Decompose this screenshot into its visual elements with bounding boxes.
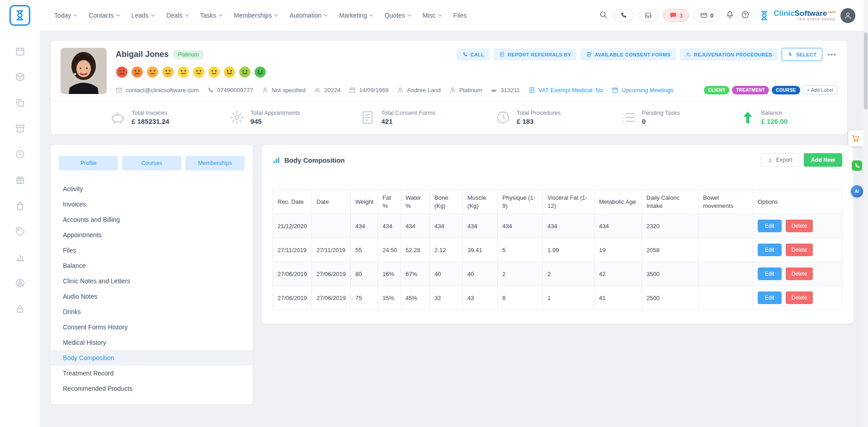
chat-button[interactable]: 3: [663, 9, 689, 22]
main-content: Abigail Jones Platinum CALLREPORT REFERR…: [40, 31, 863, 415]
mood-face-1[interactable]: [116, 66, 128, 78]
ai-assistant-button[interactable]: AI: [851, 185, 863, 197]
stat-pending-tasks: Pending Tasks0: [621, 109, 680, 125]
lock-icon[interactable]: [15, 304, 25, 315]
delete-button[interactable]: Delete: [786, 244, 813, 256]
nav-item-automation[interactable]: Automation: [289, 12, 328, 19]
phone-button[interactable]: [613, 9, 633, 22]
bar-chart-icon[interactable]: [15, 252, 25, 264]
mood-face-6[interactable]: [193, 66, 205, 78]
contact-item-upcoming-meetings[interactable]: Upcoming Meetings: [612, 87, 674, 94]
brand-name-a: Clinic: [774, 9, 794, 18]
delete-button[interactable]: Delete: [786, 220, 813, 232]
mood-face-9[interactable]: [239, 66, 251, 78]
gift-icon[interactable]: [15, 175, 25, 187]
card-button[interactable]: 0: [694, 9, 720, 22]
nav-item-marketing[interactable]: Marketing: [339, 12, 373, 19]
nav-item-today[interactable]: Today: [54, 12, 77, 19]
menu-item-recommended-products[interactable]: Recommended Products: [51, 381, 253, 396]
package-icon[interactable]: [15, 72, 25, 84]
nav-item-misc[interactable]: Misc: [423, 12, 442, 19]
report-referrals-by-button[interactable]: REPORT REFERRALS BY: [494, 48, 576, 61]
tab-profile[interactable]: Profile: [59, 156, 118, 170]
nav-item-deals[interactable]: Deals: [166, 12, 189, 19]
document-icon: [499, 52, 505, 57]
copy-icon[interactable]: [15, 98, 25, 109]
mood-face-5[interactable]: [177, 66, 189, 78]
nav-item-quotes[interactable]: Quotes: [385, 12, 411, 19]
shopping-bag-icon[interactable]: [15, 201, 25, 212]
column-header-water: Water %: [401, 190, 430, 214]
label-badge-treatment[interactable]: TREATMENT: [732, 86, 769, 94]
edit-button[interactable]: Edit: [758, 291, 782, 304]
nav-item-label: Misc: [423, 12, 436, 19]
contact-item-vat-exempt-medical-no[interactable]: VAT Exempt Medical: No: [528, 87, 603, 94]
delete-button[interactable]: Delete: [786, 267, 813, 280]
menu-item-appointments[interactable]: Appointments: [51, 227, 253, 243]
menu-item-activity[interactable]: Activity: [51, 181, 253, 197]
history-icon[interactable]: [15, 149, 25, 161]
add-new-button[interactable]: Add New: [804, 153, 842, 167]
user-avatar[interactable]: [840, 8, 855, 23]
nav-item-contacts[interactable]: Contacts: [89, 12, 120, 19]
table-cell: 32: [430, 286, 463, 310]
call-button[interactable]: CALL: [457, 48, 490, 61]
options-cell: EditDelete: [753, 286, 842, 310]
label-badge-course[interactable]: COURSE: [772, 86, 800, 94]
edit-button[interactable]: Edit: [758, 220, 782, 232]
nav-item-memberships[interactable]: Memberships: [234, 12, 278, 19]
stats-row: Total Invoices£ 185231.24Total Appointme…: [61, 101, 837, 129]
menu-item-invoices[interactable]: Invoices: [51, 197, 253, 212]
mood-face-8[interactable]: [223, 66, 236, 78]
mood-face-4[interactable]: [162, 66, 174, 78]
stat-balance: Balance£ 126.00: [740, 109, 788, 125]
menu-item-audio-notes[interactable]: Audio Notes: [51, 289, 253, 304]
scrollbar-thumb[interactable]: [864, 33, 868, 109]
table-cell: 75: [351, 286, 378, 310]
mood-face-2[interactable]: [131, 66, 143, 78]
search-icon[interactable]: [598, 9, 609, 21]
mood-face-7[interactable]: [208, 66, 220, 78]
edit-button[interactable]: Edit: [758, 244, 782, 256]
calendar-icon[interactable]: [15, 46, 25, 58]
support-icon[interactable]: [15, 278, 25, 290]
delete-button[interactable]: Delete: [786, 291, 813, 304]
rejuvenation-procedures-button[interactable]: REJUVENATION PROCEDURES: [680, 48, 778, 61]
tab-courses[interactable]: Courses: [122, 156, 181, 170]
menu-item-medical-history[interactable]: Medical History: [51, 335, 253, 350]
brand-tld: .com: [827, 10, 835, 14]
label-badge-client[interactable]: CLIENT: [704, 86, 729, 94]
help-icon[interactable]: [740, 9, 750, 21]
menu-item-balance[interactable]: Balance: [51, 258, 253, 273]
menu-item-clinic-notes-and-letters[interactable]: Clinic Notes and Letters: [51, 273, 253, 289]
nav-item-tasks[interactable]: Tasks: [200, 12, 223, 19]
cart-icon[interactable]: [848, 130, 863, 146]
menu-item-treatment-record[interactable]: Treatment Record: [51, 366, 253, 381]
select-button[interactable]: SELECT: [782, 48, 822, 61]
page-scrollbar[interactable]: [863, 0, 868, 427]
nav-item-leads[interactable]: Leads: [132, 12, 155, 19]
contact-text: 20224: [324, 87, 340, 94]
tag-icon[interactable]: [15, 226, 25, 238]
available-consent-forms-button[interactable]: AVAILABLE CONSENT FORMS: [580, 48, 676, 61]
gear-icon: [229, 110, 245, 125]
menu-item-body-composition[interactable]: Body Composition: [51, 350, 253, 366]
export-button[interactable]: Export: [760, 153, 799, 167]
archive-icon[interactable]: [15, 123, 25, 135]
bell-icon[interactable]: [725, 9, 735, 21]
inbox-button[interactable]: [638, 9, 658, 22]
whatsapp-icon[interactable]: [852, 160, 862, 171]
menu-item-files[interactable]: Files: [51, 243, 253, 258]
menu-item-accounts-and-billing[interactable]: Accounts and Billing: [51, 212, 253, 227]
clock-icon: [495, 110, 511, 125]
menu-item-drinks[interactable]: Drinks: [51, 304, 253, 319]
mood-face-3[interactable]: [146, 66, 159, 78]
tab-memberships[interactable]: Memberships: [185, 156, 245, 170]
more-options-button[interactable]: •••: [826, 51, 837, 59]
menu-item-consent-forms-history[interactable]: Consent Forms History: [51, 319, 253, 335]
clinicsoftware-logo-icon[interactable]: [9, 5, 30, 26]
edit-button[interactable]: Edit: [758, 267, 782, 280]
add-label-button[interactable]: + Add Label: [803, 85, 837, 94]
mood-face-10[interactable]: [254, 66, 266, 78]
nav-item-files[interactable]: Files: [453, 12, 467, 19]
